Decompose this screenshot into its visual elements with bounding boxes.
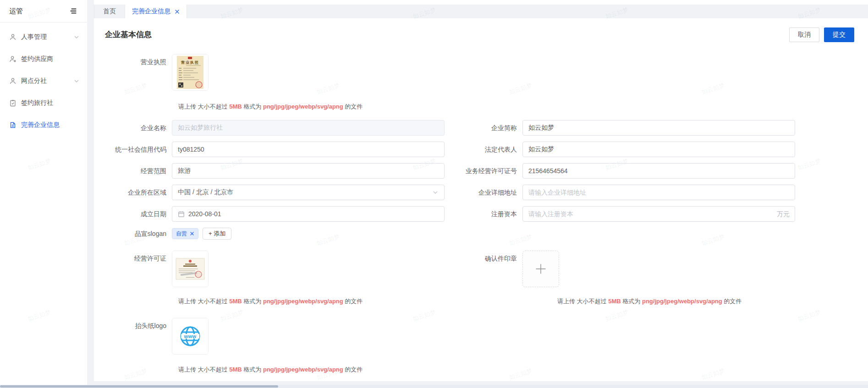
field-label-operating-license: 经营许可证 bbox=[94, 251, 172, 287]
globe-www-logo-image: www bbox=[172, 318, 208, 354]
chevron-down-icon bbox=[73, 78, 80, 84]
tag-close-icon[interactable] bbox=[190, 231, 194, 236]
field-label-short-name: 企业简称 bbox=[445, 120, 522, 136]
business-license-preview-image: 营业执照 bbox=[172, 55, 208, 90]
short-name-input[interactable] bbox=[522, 120, 795, 136]
sidebar: 运管 人事管理 bbox=[0, 0, 87, 385]
document-icon bbox=[9, 121, 16, 129]
page-title: 企业基本信息 bbox=[105, 27, 152, 42]
sidebar-item-label: 签约供应商 bbox=[21, 55, 80, 63]
founded-date-value: 2020-08-01 bbox=[188, 210, 221, 218]
main-area: 首页 完善企业信息 企业基本信息 取消 提交 bbox=[87, 0, 868, 385]
business-license-upload-thumbnail[interactable]: 营业执照 bbox=[172, 54, 209, 91]
field-label-slogan: 品宣slogan bbox=[94, 228, 172, 240]
tab-bar: 首页 完善企业信息 bbox=[94, 0, 868, 18]
tab-label: 完善企业信息 bbox=[132, 7, 170, 16]
sidebar-item-personnel[interactable]: 人事管理 bbox=[0, 26, 87, 48]
header-actions: 取消 提交 bbox=[789, 27, 854, 42]
field-label-founded-date: 成立日期 bbox=[94, 206, 172, 222]
content-header: 企业基本信息 取消 提交 bbox=[94, 18, 868, 42]
upload-hint: 请上传 大小不超过 5MB 格式为 png/jpg/jpeg/webp/svg/… bbox=[522, 297, 795, 306]
tab-strip: 首页 完善企业信息 bbox=[94, 5, 868, 18]
field-label-license-no: 业务经营许可证号 bbox=[445, 163, 522, 179]
credit-code-input[interactable] bbox=[172, 142, 445, 157]
field-label-credit-code: 统一社会信用代码 bbox=[94, 142, 172, 157]
founded-date-picker[interactable]: 2020-08-01 bbox=[172, 206, 445, 222]
letterhead-logo-upload-thumbnail[interactable]: www bbox=[172, 318, 209, 355]
tab-company-info[interactable]: 完善企业信息 bbox=[125, 5, 187, 18]
field-label-registered-capital: 注册资本 bbox=[445, 206, 522, 222]
field-label-business-license: 营业执照 bbox=[94, 54, 172, 91]
sidebar-item-label: 完善企业信息 bbox=[21, 121, 80, 129]
sidebar-item-contracted-agencies[interactable]: 签约旅行社 bbox=[0, 92, 87, 114]
user-icon bbox=[9, 77, 16, 85]
submit-button[interactable]: 提交 bbox=[824, 27, 854, 42]
field-label-business-scope: 经营范围 bbox=[94, 163, 172, 179]
capital-unit-suffix: 万元 bbox=[777, 206, 790, 222]
field-label-region: 企业所在区域 bbox=[94, 185, 172, 200]
upload-hint: 请上传 大小不超过 5MB 格式为 png/jpg/jpeg/webp/svg/… bbox=[172, 366, 445, 374]
region-select-value: 中国 / 北京 / 北京市 bbox=[178, 188, 432, 197]
sidebar-item-label: 网点分社 bbox=[21, 77, 73, 85]
horizontal-scrollbar-thumb[interactable] bbox=[0, 385, 278, 388]
slogan-tag-text: 自营 bbox=[176, 230, 187, 238]
upload-hint: 请上传 大小不超过 5MB 格式为 png/jpg/jpeg/webp/svg/… bbox=[172, 103, 445, 111]
tab-home[interactable]: 首页 bbox=[94, 5, 125, 18]
company-name-input[interactable] bbox=[172, 120, 445, 136]
slogan-tag: 自营 bbox=[172, 228, 198, 239]
horizontal-scrollbar bbox=[0, 385, 868, 388]
sidebar-divider bbox=[0, 22, 87, 22]
field-label-letterhead-logo: 抬头纸logo bbox=[94, 318, 172, 355]
user-gear-icon bbox=[9, 55, 16, 63]
sidebar-item-label: 人事管理 bbox=[21, 33, 73, 41]
app-logo-title: 运管 bbox=[9, 7, 23, 16]
field-label-address: 企业详细地址 bbox=[445, 185, 522, 200]
content-panel: 企业基本信息 取消 提交 营业执照 bbox=[94, 18, 868, 381]
business-scope-input[interactable] bbox=[172, 163, 445, 179]
tab-label: 首页 bbox=[103, 7, 116, 16]
chevron-down-icon bbox=[432, 189, 439, 196]
seal-upload-dropzone[interactable] bbox=[522, 251, 559, 287]
app-window: 运管 人事管理 bbox=[0, 0, 868, 388]
field-label-company-name: 企业名称 bbox=[94, 120, 172, 136]
company-form: 营业执照 营业执照 bbox=[94, 54, 868, 374]
calendar-icon bbox=[178, 211, 185, 218]
registered-capital-input[interactable] bbox=[522, 206, 795, 222]
field-label-legal-rep: 法定代表人 bbox=[445, 142, 522, 157]
svg-text:www: www bbox=[183, 333, 196, 339]
address-input[interactable] bbox=[522, 185, 795, 200]
operating-license-preview-image bbox=[172, 251, 208, 287]
clipboard-icon bbox=[9, 99, 16, 107]
add-slogan-button[interactable]: + 添加 bbox=[203, 228, 231, 240]
operating-license-upload-thumbnail[interactable] bbox=[172, 251, 209, 287]
field-label-seal: 确认件印章 bbox=[445, 251, 522, 287]
license-no-input[interactable] bbox=[522, 163, 795, 179]
sidebar-item-suppliers[interactable]: 签约供应商 bbox=[0, 48, 87, 70]
svg-text:营业执照: 营业执照 bbox=[181, 60, 199, 65]
cancel-button[interactable]: 取消 bbox=[789, 27, 819, 42]
chevron-down-icon bbox=[73, 34, 80, 40]
sidebar-item-branches[interactable]: 网点分社 bbox=[0, 70, 87, 92]
upload-hint: 请上传 大小不超过 5MB 格式为 png/jpg/jpeg/webp/svg/… bbox=[172, 297, 445, 306]
menu-collapse-icon[interactable] bbox=[70, 7, 78, 15]
sidebar-item-label: 签约旅行社 bbox=[21, 99, 80, 107]
plus-icon bbox=[535, 263, 547, 275]
sidebar-header: 运管 bbox=[0, 0, 87, 22]
legal-rep-input[interactable] bbox=[522, 142, 795, 157]
user-icon bbox=[9, 33, 16, 41]
sidebar-item-company-info[interactable]: 完善企业信息 bbox=[0, 114, 87, 136]
region-select[interactable]: 中国 / 北京 / 北京市 bbox=[172, 185, 445, 200]
close-icon[interactable] bbox=[175, 9, 180, 14]
